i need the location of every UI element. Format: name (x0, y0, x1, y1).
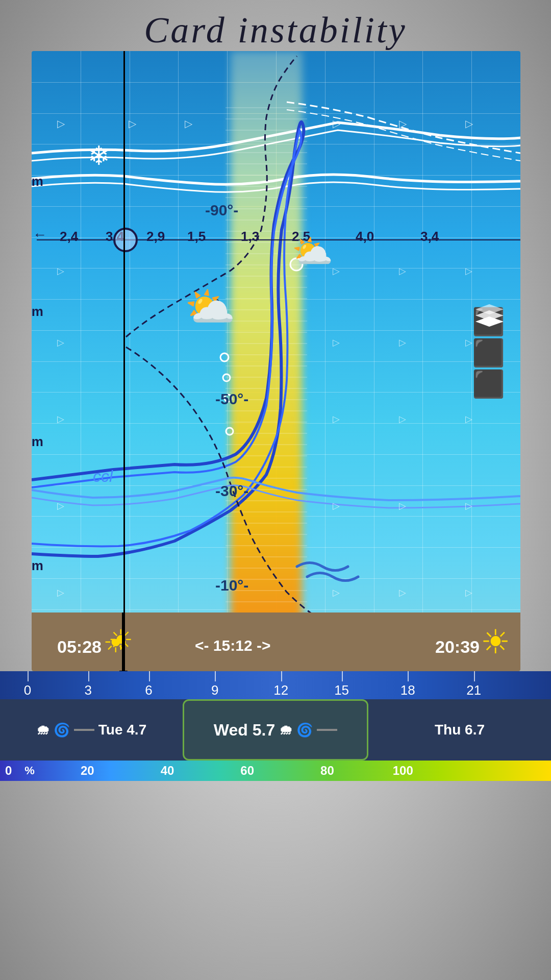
wind-arrow: ▷ (185, 117, 192, 130)
wind-arrow: ▷ (399, 117, 407, 130)
sunset-icon: ☀ (481, 623, 510, 661)
isotherm-minus90: -90°- (205, 202, 238, 219)
h-axis-num-6: 4,0 (356, 229, 374, 244)
wind-arrow: ▷ (399, 413, 406, 425)
timeline-num-3: 3 (85, 682, 92, 698)
tab-tue-bar (74, 729, 94, 731)
noon-time: <- 15:12 -> (195, 637, 270, 654)
altitude-label-1_0: 1,0 km (32, 558, 43, 574)
timeline-num-21: 21 (466, 682, 481, 698)
sunset-time: 20:39 (435, 637, 480, 657)
tab-tue-swirl: 🌀 (54, 722, 70, 738)
timeline-tick (474, 671, 475, 681)
wind-arrow: ▷ (465, 500, 472, 511)
wind-arrow: ▷ (57, 587, 64, 598)
day-tabs-container: 🌧 🌀 Tue 4.7 Wed 5.7 🌧 🌀 Thu 6.7 (0, 699, 551, 761)
main-chart: 3, 2,5 km 2,0 km 1,5 km 1,0 km ← 2,4 3,4… (32, 51, 520, 671)
timeline-num-18: 18 (400, 682, 415, 698)
wind-arrow: ▷ (333, 265, 340, 277)
wind-arrow: ▷ (465, 587, 472, 598)
wind-arrow: ▷ (57, 117, 65, 130)
wind-arrow: ▷ (465, 117, 473, 130)
sunrise-time: 05:28 (57, 637, 102, 657)
timeline-num-0: 0 (24, 682, 31, 698)
wind-arrow: ▷ (465, 413, 472, 425)
wind-arrow: ▷ (399, 500, 406, 511)
h-axis-num-2: 2,9 (146, 229, 165, 244)
altitude-label-2_0: 2,0 km (32, 304, 43, 320)
wind-arrow: ▷ (333, 587, 340, 598)
h-axis-num-4: 1,3 (241, 229, 259, 244)
timeline-num-12: 12 (273, 682, 288, 698)
timeline-num-9: 9 (211, 682, 218, 698)
cloud-icon-high: ⛅ (292, 232, 333, 271)
svg-point-3 (220, 353, 229, 361)
timeline-tick (88, 671, 89, 681)
isotherm-minus10: -10°- (215, 577, 248, 594)
tab-tue[interactable]: 🌧 🌀 Tue 4.7 (0, 699, 183, 761)
wind-arrow: ▷ (57, 500, 64, 511)
wind-arrow: ▷ (399, 265, 406, 277)
wind-arrow: ▷ (57, 337, 64, 348)
timeline-tick (342, 671, 343, 681)
wind-arrow: ▷ (57, 265, 64, 277)
timeline-tick (215, 671, 216, 681)
altitude-label-2_5: 2,5 km (32, 174, 43, 189)
ccl-label: ccl (93, 467, 113, 486)
page-title: Card instability (0, 9, 551, 52)
wind-arrow: ▷ (333, 413, 340, 425)
tab-thu[interactable]: Thu 6.7 (368, 699, 551, 761)
wind-arrow: ▷ (399, 587, 406, 598)
wind-arrow: ▷ (333, 500, 340, 511)
svg-point-6 (226, 428, 233, 435)
progress-bar (0, 761, 551, 781)
tab-wed-label: Wed 5.7 (214, 721, 275, 740)
cloud-icon-low: ⛅ (185, 283, 236, 331)
wind-arrow: ▷ (129, 117, 136, 130)
timeline-bar[interactable]: 0 3 6 9 12 15 18 21 (0, 671, 551, 699)
isotherm-minus50: -50°- (215, 390, 248, 408)
tab-thu-label: Thu 6.7 (435, 722, 485, 738)
altitude-label-1_5: 1,5 km (32, 434, 43, 450)
tab-wed-swirl: 🌀 (296, 722, 313, 738)
tab-tue-icon: 🌧 (36, 722, 49, 738)
tab-wed[interactable]: Wed 5.7 🌧 🌀 (183, 699, 368, 761)
bottom-sun-strip: ☀ ☀ ☀ 05:28 <- 15:12 -> 20:39 ▼ (32, 612, 520, 671)
timeline-tick (281, 671, 282, 681)
wind-arrow: ▷ (465, 337, 472, 348)
svg-marker-10 (475, 304, 504, 314)
h-axis-arrow: ← (33, 227, 47, 243)
selected-time-line (123, 51, 125, 671)
snowflake-icon: ❄ (88, 140, 110, 171)
isotherm-minus30: -30°- (215, 482, 248, 500)
layers-button[interactable] (473, 301, 506, 331)
tab-tue-label: Tue 4.7 (98, 722, 146, 738)
timeline-tick (28, 671, 29, 681)
wind-arrow: ▷ (57, 413, 64, 425)
timeline-tick (408, 671, 409, 681)
h-axis-circle (113, 228, 138, 252)
tab-wed-icon: 🌧 (279, 722, 292, 738)
tab-wed-bar (317, 729, 337, 731)
timeline-tick (149, 671, 150, 681)
wind-arrow: ▷ (333, 337, 340, 348)
wind-arrow: ▷ (399, 337, 406, 348)
wind-arrow: ▷ (333, 117, 340, 130)
timeline-num-6: 6 (145, 682, 152, 698)
h-axis-num-0: 2,4 (60, 229, 78, 244)
timeline-num-15: 15 (334, 682, 349, 698)
wind-arrow: ▷ (465, 265, 472, 277)
svg-point-4 (223, 374, 230, 381)
h-axis-num-7: 3,4 (420, 229, 439, 244)
h-axis-num-3: 1,5 (187, 229, 206, 244)
